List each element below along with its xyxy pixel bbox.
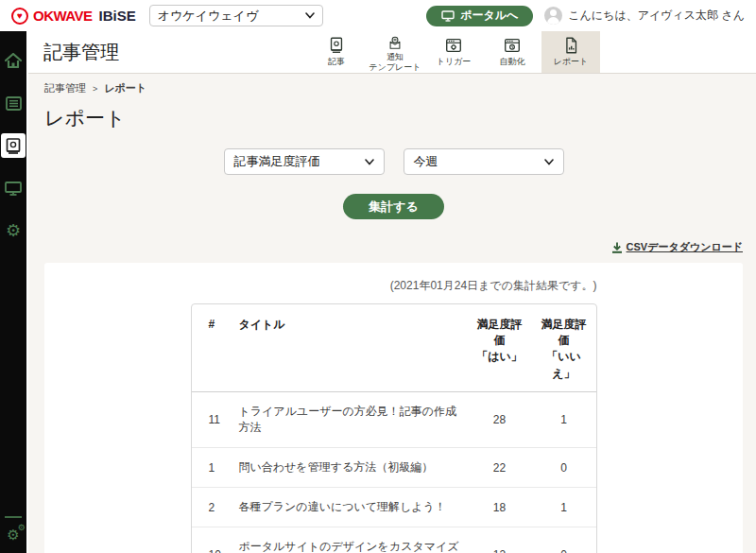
filters-row: 記事満足度評価 今週 <box>44 148 743 175</box>
cell-no: 0 <box>532 527 596 553</box>
avatar <box>544 7 562 25</box>
column-header-no: 満足度評価 「いいえ」 <box>532 304 596 392</box>
csv-download-label: CSVデータダウンロード <box>627 240 743 254</box>
cell-num: 2 <box>192 488 232 527</box>
tab-label: 通知 テンプレート <box>369 52 421 73</box>
workspace-select-value: オウケイウェイヴ <box>158 8 258 25</box>
tab-label: トリガー <box>437 57 472 67</box>
chevron-down-icon <box>365 159 374 165</box>
breadcrumb: 記事管理 > レポート <box>44 81 743 95</box>
nav-tabs: 記事 通知 テンプレート <box>307 31 600 73</box>
column-header-num: # <box>192 304 232 392</box>
article-book-icon <box>6 138 21 154</box>
cell-no: 1 <box>532 488 596 527</box>
gear-icon: ⚙ <box>6 222 21 239</box>
trigger-icon <box>444 36 463 55</box>
tab-articles[interactable]: 記事 <box>307 31 366 73</box>
page-title: レポート <box>44 105 743 131</box>
tab-label: レポート <box>554 57 589 67</box>
result-note: (2021年01月24日までの集計結果です。) <box>191 278 597 294</box>
article-icon <box>327 36 346 55</box>
report-type-select[interactable]: 記事満足度評価 <box>224 148 385 175</box>
results-table: # タイトル 満足度評価 「はい」 満足度評価 「いいえ」 11 トライアルユー… <box>191 303 597 553</box>
brand-name: OKWAVE <box>33 8 93 24</box>
table-row[interactable]: 2 各種プランの違いについて理解しよう！ 18 1 <box>192 488 596 527</box>
cell-num: 10 <box>192 527 232 553</box>
cell-yes: 12 <box>468 527 532 553</box>
cell-no: 1 <box>532 392 596 448</box>
tab-automation[interactable]: 自動化 <box>483 31 541 73</box>
okwave-ibise-logo: ♥ OKWAVE IBiSE <box>11 8 136 25</box>
sidebar-item-settings[interactable]: ⚙ <box>1 218 26 243</box>
cell-no: 0 <box>532 448 596 488</box>
cell-title: 各種プランの違いについて理解しよう！ <box>232 488 468 527</box>
table-row[interactable]: 10 ポータルサイトのデザインをカスタマイズする方法 12 0 <box>192 527 596 553</box>
period-select-value: 今週 <box>414 153 438 170</box>
cell-title: 問い合わせを管理する方法（初級編） <box>232 448 468 488</box>
cell-title: ポータルサイトのデザインをカスタマイズする方法 <box>232 527 468 553</box>
portal-button-label: ポータルへ <box>460 8 518 24</box>
tab-label: 記事 <box>328 57 345 67</box>
automation-icon <box>503 36 522 55</box>
aggregate-button[interactable]: 集計する <box>343 194 444 219</box>
sidebar: ⚙ ⚙ ⚙ <box>0 31 28 553</box>
column-header-yes: 満足度評価 「はい」 <box>468 304 532 392</box>
sidebar-item-list[interactable] <box>1 91 26 115</box>
cell-title: トライアルユーザーの方必見！記事の作成方法 <box>232 392 468 448</box>
okwave-heart-icon: ♥ <box>11 8 28 25</box>
tab-triggers[interactable]: トリガー <box>424 31 483 73</box>
section-header: 記事管理 記事 <box>28 31 756 74</box>
chevron-down-icon <box>544 159 554 165</box>
sidebar-item-articles[interactable] <box>1 133 26 158</box>
sidebar-item-portal[interactable] <box>1 176 26 200</box>
monitor-icon <box>5 181 22 196</box>
table-row[interactable]: 1 問い合わせを管理する方法（初級編） 22 0 <box>192 448 596 488</box>
workspace-select[interactable]: オウケイウェイヴ <box>149 5 323 26</box>
admin-gears-icon-small: ⚙ <box>18 524 26 532</box>
sidebar-divider <box>5 516 22 518</box>
report-icon <box>561 36 580 55</box>
tab-label: 自動化 <box>500 57 525 67</box>
breadcrumb-separator: > <box>93 84 97 94</box>
table-header-row: # タイトル 満足度評価 「はい」 満足度評価 「いいえ」 <box>192 304 596 392</box>
results-card: (2021年01月24日までの集計結果です。) # タイトル 満足度評価 「はい… <box>44 263 743 553</box>
table-row[interactable]: 11 トライアルユーザーの方必見！記事の作成方法 28 1 <box>192 392 596 448</box>
top-bar: ♥ OKWAVE IBiSE オウケイウェイヴ ポータルへ こんにちは、アイヴィ… <box>0 0 756 31</box>
home-icon <box>5 53 22 68</box>
cell-num: 11 <box>192 392 232 448</box>
cell-yes: 18 <box>468 488 532 527</box>
product-name: IBiSE <box>99 8 136 24</box>
section-title: 記事管理 <box>43 40 119 65</box>
cell-yes: 28 <box>468 392 532 448</box>
greeting-text: こんにちは、アイヴィス太郎 さん <box>568 8 745 24</box>
list-icon <box>6 96 22 111</box>
chevron-down-icon <box>305 12 315 19</box>
portal-button[interactable]: ポータルへ <box>426 6 533 26</box>
period-select[interactable]: 今週 <box>404 148 564 175</box>
sidebar-item-home[interactable] <box>1 48 26 73</box>
report-type-select-value: 記事満足度評価 <box>234 153 320 170</box>
cell-yes: 22 <box>468 448 532 488</box>
cell-num: 1 <box>192 448 232 488</box>
notification-template-icon <box>386 36 404 50</box>
sidebar-item-admin[interactable]: ⚙ ⚙ <box>7 527 19 542</box>
tab-notification-templates[interactable]: 通知 テンプレート <box>366 31 424 73</box>
breadcrumb-current: レポート <box>104 81 146 95</box>
download-icon <box>611 242 623 253</box>
user-greeting: こんにちは、アイヴィス太郎 さん <box>544 7 745 25</box>
tab-reports[interactable]: レポート <box>541 31 600 73</box>
content-area: 記事管理 > レポート レポート 記事満足度評価 今週 <box>28 74 756 553</box>
column-header-title: タイトル <box>232 304 468 392</box>
breadcrumb-parent[interactable]: 記事管理 <box>44 81 86 95</box>
monitor-icon <box>441 10 455 22</box>
csv-download-link[interactable]: CSVデータダウンロード <box>611 240 743 254</box>
